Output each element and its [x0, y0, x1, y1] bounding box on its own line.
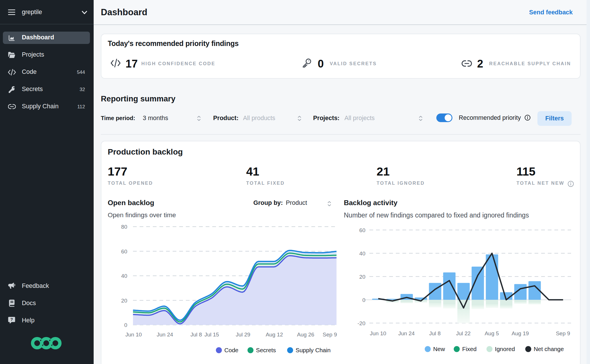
- svg-text:Supply Chain: Supply Chain: [296, 347, 331, 353]
- svg-text:Code: Code: [224, 347, 238, 353]
- svg-text:0: 0: [124, 322, 127, 328]
- svg-text:40: 40: [121, 273, 127, 279]
- svg-text:20: 20: [121, 298, 127, 304]
- svg-text:New: New: [433, 346, 445, 352]
- svg-text:Jun 10: Jun 10: [370, 330, 386, 336]
- svg-text:Jun 24: Jun 24: [398, 330, 414, 336]
- svg-text:-20: -20: [358, 320, 365, 326]
- svg-text:40: 40: [359, 251, 365, 257]
- svg-text:Net change: Net change: [534, 346, 564, 352]
- svg-text:Aug 19: Aug 19: [512, 330, 529, 336]
- svg-text:Jun 10: Jun 10: [125, 332, 142, 338]
- svg-text:Jul 22: Jul 22: [456, 330, 471, 336]
- svg-text:Aug 12: Aug 12: [266, 332, 283, 338]
- svg-text:Jul 8: Jul 8: [190, 332, 202, 338]
- svg-text:Aug 26: Aug 26: [297, 332, 314, 338]
- svg-text:Jul 8: Jul 8: [429, 330, 441, 336]
- svg-text:20: 20: [359, 274, 365, 280]
- svg-text:60: 60: [359, 227, 365, 233]
- svg-text:Jun 24: Jun 24: [157, 332, 173, 338]
- svg-text:Fixed: Fixed: [462, 346, 477, 352]
- svg-text:Aug 5: Aug 5: [485, 330, 499, 336]
- svg-text:60: 60: [121, 249, 127, 255]
- svg-text:Sep 9: Sep 9: [556, 330, 570, 336]
- svg-text:Jul 29: Jul 29: [236, 332, 250, 338]
- svg-text:Secrets: Secrets: [256, 347, 276, 353]
- svg-text:Sep 9: Sep 9: [323, 332, 337, 338]
- svg-text:Ignored: Ignored: [495, 346, 515, 352]
- svg-text:Jul 15: Jul 15: [205, 332, 219, 338]
- svg-text:0: 0: [362, 297, 365, 303]
- svg-text:80: 80: [121, 224, 127, 230]
